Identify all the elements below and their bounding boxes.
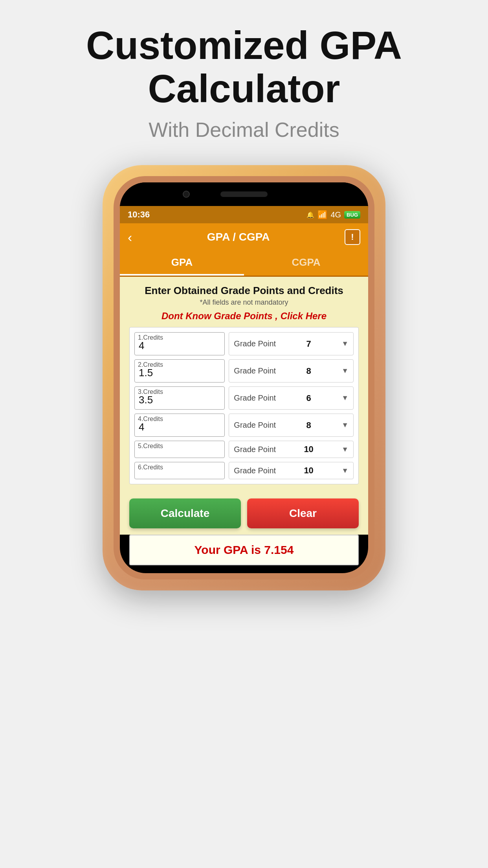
wifi-icon: 📶 (317, 210, 327, 219)
result-area: Your GPA is 7.154 (129, 535, 359, 565)
notification-badge: 🔔 (306, 211, 314, 219)
app-content: Enter Obtained Grade Points and Credits … (120, 277, 368, 492)
grade-points-link[interactable]: Dont Know Grade Points , Click Here (129, 311, 359, 322)
grade-value-5: 10 (304, 444, 313, 454)
grade-point-6[interactable]: Grade Point 10 ▼ (229, 462, 354, 479)
tab-gpa[interactable]: GPA (120, 251, 244, 276)
input-row-1: 1.Credits 4 Grade Point 7 ▼ (134, 332, 354, 355)
dropdown-arrow-4: ▼ (341, 421, 349, 429)
clear-button[interactable]: Clear (247, 498, 359, 528)
dropdown-arrow-1: ▼ (341, 340, 349, 348)
camera-icon (183, 191, 190, 198)
credit-field-2[interactable]: 2.Credits 1.5 (134, 359, 225, 383)
input-row-5: 5.Credits Grade Point 10 ▼ (134, 441, 354, 458)
input-row-3: 3.Credits 3.5 Grade Point 6 ▼ (134, 386, 354, 410)
dropdown-arrow-3: ▼ (341, 394, 349, 402)
credit-label-6: 6.Credits (138, 464, 163, 471)
grade-label-4: Grade Point (234, 421, 276, 430)
input-row-4: 4.Credits 4 Grade Point 8 ▼ (134, 414, 354, 437)
credit-field-1[interactable]: 1.Credits 4 (134, 332, 225, 355)
grade-point-3[interactable]: Grade Point 6 ▼ (229, 386, 354, 410)
credit-value-4: 4 (139, 421, 220, 433)
credit-label-3: 3.Credits (138, 388, 163, 395)
credit-field-3[interactable]: 3.Credits 3.5 (134, 386, 225, 410)
credit-field-5[interactable]: 5.Credits (134, 441, 225, 458)
result-text: Your GPA is 7.154 (194, 543, 294, 556)
grade-point-4[interactable]: Grade Point 8 ▼ (229, 414, 354, 437)
credit-label-2: 2.Credits (138, 361, 163, 368)
grade-value-2: 8 (306, 366, 311, 376)
status-bar: 10:36 🔔 📶 4G BUG (120, 206, 368, 223)
dropdown-arrow-6: ▼ (341, 467, 349, 475)
buttons-row: Calculate Clear (120, 492, 368, 535)
grade-value-3: 6 (306, 393, 311, 403)
section-subtitle: *All fields are not mandatory (129, 298, 359, 307)
section-title: Enter Obtained Grade Points and Credits (129, 285, 359, 297)
grade-label-5: Grade Point (234, 445, 276, 454)
grade-point-1[interactable]: Grade Point 7 ▼ (229, 332, 354, 355)
grade-point-2[interactable]: Grade Point 8 ▼ (229, 359, 354, 383)
back-button[interactable]: ‹ (128, 230, 132, 245)
grade-value-1: 7 (306, 339, 311, 349)
info-button[interactable]: ! (345, 229, 360, 245)
dropdown-arrow-2: ▼ (341, 367, 349, 375)
grade-label-2: Grade Point (234, 366, 276, 375)
phone-frame: 10:36 🔔 📶 4G BUG ‹ GPA / CGPA ! (103, 165, 385, 590)
app-header: ‹ GPA / CGPA ! (120, 223, 368, 251)
credit-field-4[interactable]: 4.Credits 4 (134, 414, 225, 437)
inputs-container: 1.Credits 4 Grade Point 7 ▼ (129, 327, 359, 484)
credit-value-1: 4 (139, 340, 220, 352)
grade-label-1: Grade Point (234, 339, 276, 348)
grade-label-3: Grade Point (234, 394, 276, 403)
page-header: Customized GPA Calculator With Decimal C… (0, 0, 488, 157)
credit-label-1: 1.Credits (138, 334, 163, 341)
grade-label-6: Grade Point (234, 466, 276, 475)
calculate-button[interactable]: Calculate (129, 498, 241, 528)
credit-value-3: 3.5 (139, 394, 220, 406)
input-row-2: 2.Credits 1.5 Grade Point 8 ▼ (134, 359, 354, 383)
network-label: 4G (330, 210, 341, 219)
status-icons: 🔔 📶 4G BUG (306, 210, 360, 219)
input-row-6: 6.Credits Grade Point 10 ▼ (134, 462, 354, 479)
page-subtitle: With Decimal Credits (31, 118, 457, 142)
status-time: 10:36 (128, 210, 150, 220)
phone-top-bar (120, 182, 368, 206)
tab-bar: GPA CGPA (120, 251, 368, 277)
credit-field-6[interactable]: 6.Credits (134, 462, 225, 479)
credit-value-2: 1.5 (139, 367, 220, 379)
bug-badge: BUG (344, 211, 360, 219)
credit-label-4: 4.Credits (138, 416, 163, 423)
app-header-title: GPA / CGPA (207, 231, 270, 243)
credit-label-5: 5.Credits (138, 443, 163, 450)
dropdown-arrow-5: ▼ (341, 445, 349, 454)
speaker-icon (220, 191, 268, 197)
grade-point-5[interactable]: Grade Point 10 ▼ (229, 441, 354, 458)
grade-value-6: 10 (304, 465, 313, 476)
grade-value-4: 8 (306, 420, 311, 430)
page-title: Customized GPA Calculator (31, 24, 457, 110)
tab-cgpa[interactable]: CGPA (244, 251, 368, 276)
